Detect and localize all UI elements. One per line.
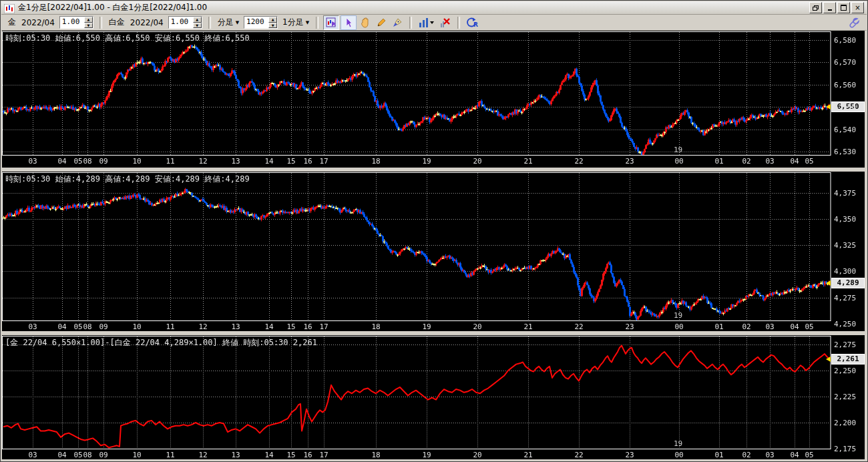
x-axis-label: 15 [282,157,300,166]
chart-plot[interactable] [2,31,865,168]
date-marker: 19 [674,146,682,154]
y-axis-label: 6,570 [834,58,865,67]
x-axis-label: 13 [227,451,244,459]
date-marker: 19 [674,311,682,320]
gold-month-label: 2022/04 [21,18,55,27]
x-axis-label: 13 [227,322,244,331]
platinum-multiplier-value[interactable]: 1.00 [169,17,193,28]
current-price-arrow-icon [826,280,831,286]
x-axis-label: 02 [738,451,755,459]
toolbar-separator [457,17,460,29]
x-axis-label: 22 [570,451,588,459]
x-axis-label: 22 [570,157,588,166]
spinner-up-icon[interactable]: ▲ [84,17,93,23]
float-window-button[interactable] [809,2,822,13]
spinner-down-icon[interactable]: ▼ [268,23,277,29]
chart-cursor-tool-button[interactable] [323,15,339,30]
x-axis-label: 17 [315,451,333,459]
chevron-down-icon: ▼ [306,20,309,25]
bar-count-value[interactable]: 1200 [244,17,268,28]
platinum-multiplier-spinner[interactable]: 1.00 ▲▼ [168,16,202,29]
x-axis-label: 03 [24,451,41,459]
y-axis-label: 2,175 [834,445,865,453]
x-axis-label: 11 [162,451,179,459]
x-axis-label: 00 [670,157,688,166]
chart-header-platinum: 時刻:05:30 始値:4,289 高値:4,289 安値:4,289 終値:4… [5,174,250,185]
reset-icon: R [466,17,478,28]
x-axis-label: 20 [469,322,486,331]
settings-button[interactable] [847,16,862,29]
pan-tool-button[interactable] [358,16,373,29]
bar-count-spinner[interactable]: 1200 ▲▼ [244,16,278,29]
chart-header-gold: 時刻:05:30 始値:6,550 高値:6,550 安値:6,550 終値:6… [5,33,250,44]
close-button[interactable]: × [851,2,864,13]
x-axis-label: 14 [260,157,278,166]
x-axis-label: 00 [670,322,688,331]
y-axis-label: 2,200 [834,419,865,427]
current-price-tag: 4,289 [831,278,865,288]
toolbar-separator [99,17,102,29]
x-axis-label: 04 [53,451,71,459]
pointer-icon [343,17,354,28]
x-axis-label: 18 [367,157,385,166]
toolbar-separator [409,17,412,29]
x-axis-label: 14 [260,322,278,331]
interval-type-dropdown[interactable]: 分足▼ [218,17,239,28]
x-axis-label: 09 [95,451,112,459]
current-price-arrow-icon [826,104,831,109]
gold-multiplier-value[interactable]: 1.00 [60,17,84,28]
interval-dropdown[interactable]: 1分足▼ [282,17,309,28]
x-axis-label: 08 [79,451,96,459]
y-axis-label: 6,540 [834,126,865,134]
x-axis-label: 03 [24,157,41,166]
remove-indicator-button[interactable] [438,16,453,29]
y-axis-label: 4,325 [834,241,865,250]
x-axis-label: 16 [299,322,316,331]
x-axis-label: 19 [418,322,435,331]
spinner-down-icon[interactable]: ▼ [84,23,93,29]
bar-chart-icon [419,17,435,28]
y-axis-label: 4,250 [834,320,865,328]
y-axis-label: 4,375 [834,189,865,198]
chart-type-dropdown-button[interactable] [417,16,437,29]
pencil-icon [376,17,387,28]
x-axis-label: 09 [95,157,112,166]
x-axis-label: 02 [738,322,755,331]
spinner-up-icon[interactable]: ▲ [268,17,277,23]
minimize-button[interactable] [823,2,836,13]
chart-header-spread: [金 22/04 6,550×1.00]-[白金 22/04 4,289×1.0… [5,337,317,349]
x-axis-label: 03 [761,451,779,459]
spinner-down-icon[interactable]: ▼ [193,23,202,29]
x-axis-label: 13 [227,157,244,166]
x-axis-label: 16 [299,451,316,459]
x-axis-label: 11 [162,322,179,331]
pointer-tool-button[interactable] [341,15,357,30]
spinner-up-icon[interactable]: ▲ [193,17,202,23]
title-bar[interactable]: 金1分足[2022/04]1.00 - 白金1分足[2022/04]1.00 × [1,1,867,15]
x-axis-label: 10 [128,322,146,331]
toolbar: 金 2022/04 1.00 ▲▼ 白金 2022/04 1.00 ▲▼ 分足▼… [1,15,867,31]
gold-multiplier-spinner[interactable]: 1.00 ▲▼ [59,16,93,29]
pencil-tool-button[interactable] [374,16,389,29]
x-axis-label: 01 [710,451,728,459]
x-axis-label: 12 [194,451,212,459]
toolbar-separator [208,17,211,29]
chart-plot[interactable] [2,335,865,459]
x-axis-label: 20 [469,157,486,166]
reset-chart-button[interactable]: R [465,16,479,29]
x-axis-label: 10 [128,157,146,166]
wrench-icon [849,17,860,28]
x-axis-label: 16 [299,157,316,166]
x-axis-label: 12 [194,322,212,331]
y-axis-label: 4,350 [834,215,865,224]
current-price-tag: 2,261 [831,354,865,365]
x-axis-label: 14 [260,451,278,459]
x-axis-label: 05 [801,322,818,331]
x-axis-label: 20 [469,451,486,459]
pen-tool-button[interactable] [390,16,405,29]
chart-plot[interactable] [2,172,865,331]
x-axis-label: 23 [621,451,638,459]
x-axis-label: 15 [282,322,300,331]
maximize-button[interactable] [837,2,850,13]
pen-icon [392,17,403,28]
